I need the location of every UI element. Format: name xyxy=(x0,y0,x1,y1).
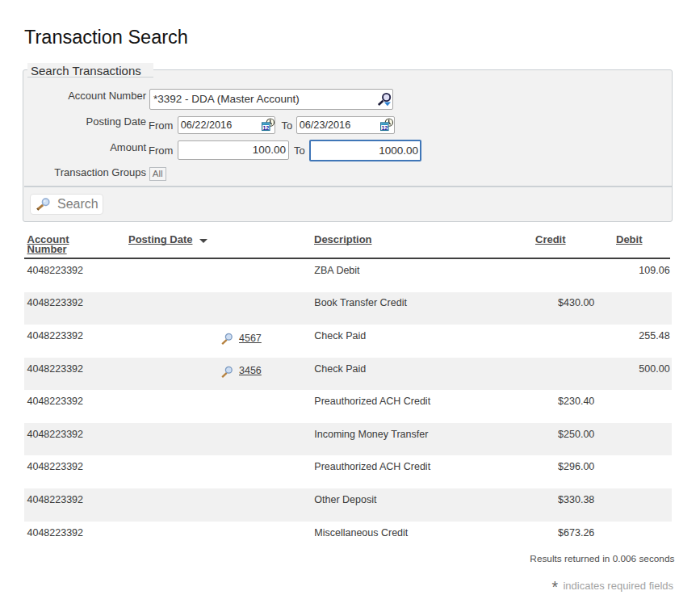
svg-text:12: 12 xyxy=(381,125,388,132)
svg-text:12: 12 xyxy=(262,125,269,132)
